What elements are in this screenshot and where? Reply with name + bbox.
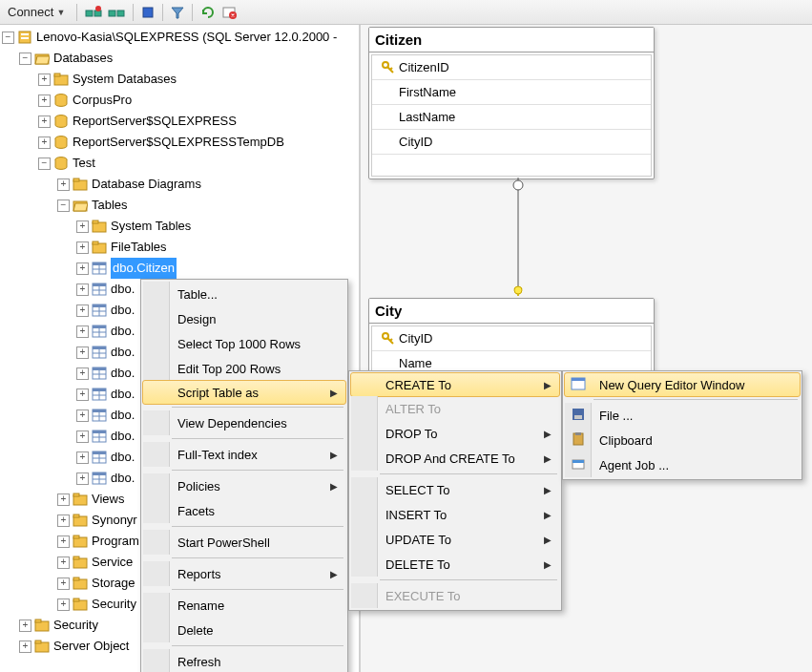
stop-icon[interactable]: [141, 5, 155, 20]
collapse-test[interactable]: −: [38, 158, 51, 170]
col-cityid-fk[interactable]: CityID: [399, 135, 432, 149]
table-icon: [92, 261, 107, 276]
dbdiagrams-node[interactable]: Database Diagrams: [92, 174, 201, 195]
refresh-icon[interactable]: [200, 4, 216, 20]
tables-node[interactable]: Tables: [92, 195, 128, 216]
folder-icon: [73, 198, 88, 213]
server-node[interactable]: Lenovo-Kasia\SQLEXPRESS (SQL Server 12.0…: [36, 27, 337, 48]
security-inner-node[interactable]: Security: [92, 594, 136, 615]
menu-select-to[interactable]: SELECT To▶: [351, 477, 559, 502]
expand-report1[interactable]: +: [38, 116, 51, 128]
col-firstname[interactable]: FirstName: [399, 85, 456, 99]
svg-rect-28: [575, 432, 581, 435]
disconnect-icon[interactable]: [85, 4, 102, 20]
dbo-citizen-node[interactable]: dbo.Citizen: [111, 258, 177, 279]
connect-dropdown[interactable]: Connect ▼: [4, 3, 69, 21]
systables-node[interactable]: System Tables: [111, 216, 191, 237]
table-icon: [92, 366, 107, 381]
menu-edit-top-200[interactable]: Edit Top 200 Rows: [143, 356, 345, 381]
dbo-node[interactable]: dbo.: [111, 405, 135, 426]
menu-drop-to[interactable]: DROP To▶: [351, 421, 559, 446]
table-icon: [92, 282, 107, 297]
test-node[interactable]: Test: [73, 153, 95, 174]
dbo-node[interactable]: dbo.: [111, 384, 135, 405]
dbo-node[interactable]: dbo.: [111, 363, 135, 384]
expand-corpuspro[interactable]: +: [38, 94, 51, 107]
menu-fulltext-index[interactable]: Full-Text index▶: [143, 442, 345, 467]
expand-diagrams[interactable]: +: [57, 178, 70, 191]
expand-report2[interactable]: +: [38, 136, 51, 149]
security-node[interactable]: Security: [53, 615, 98, 636]
dbo-node[interactable]: dbo.: [111, 342, 135, 363]
menu-select-top-1000[interactable]: Select Top 1000 Rows: [143, 331, 345, 356]
menu-clipboard[interactable]: Clipboard: [565, 428, 800, 452]
dbo-node[interactable]: dbo.: [111, 426, 135, 447]
disconnect-all-icon[interactable]: [108, 4, 125, 20]
menu-refresh[interactable]: Refresh: [143, 649, 345, 672]
object-explorer-toolbar: Connect ▼: [0, 0, 812, 25]
col-name[interactable]: Name: [399, 356, 432, 370]
expand-filetables[interactable]: +: [76, 242, 89, 254]
menu-update-to[interactable]: UPDATE To▶: [351, 527, 559, 552]
submenu-arrow-icon: ▶: [330, 450, 338, 460]
menu-reports[interactable]: Reports▶: [143, 561, 345, 586]
dbo-node[interactable]: dbo.: [111, 468, 135, 489]
filter-icon[interactable]: [171, 5, 184, 20]
svg-rect-15: [109, 10, 115, 16]
expand-sysdb[interactable]: +: [38, 74, 51, 86]
menu-new-table[interactable]: Table...: [143, 282, 345, 306]
submenu-arrow-icon: ▶: [544, 559, 552, 570]
col-lastname[interactable]: LastName: [399, 110, 455, 124]
menu-design[interactable]: Design: [143, 306, 345, 331]
system-databases-node[interactable]: System Databases: [73, 69, 177, 90]
service-node[interactable]: Service: [92, 552, 133, 573]
dbo-node[interactable]: dbo.: [111, 300, 135, 321]
filetables-node[interactable]: FileTables: [111, 237, 167, 258]
report2-node[interactable]: ReportServer$SQLEXPRESSTempDB: [73, 132, 284, 153]
synonyms-node[interactable]: Synonyr: [92, 510, 137, 531]
menu-script-table-as[interactable]: Script Table as▶: [142, 380, 346, 405]
menu-view-dependencies[interactable]: View Dependencies: [143, 410, 345, 435]
collapse-databases[interactable]: −: [19, 52, 31, 65]
dbo-node[interactable]: dbo.: [111, 447, 135, 468]
folder-icon: [73, 534, 88, 549]
menu-facets[interactable]: Facets: [143, 498, 345, 523]
menu-create-to[interactable]: CREATE To▶: [350, 372, 560, 397]
menu-new-query-window[interactable]: New Query Editor Window: [564, 372, 801, 397]
collapse-tables[interactable]: −: [57, 200, 70, 212]
dbo-node[interactable]: dbo.: [111, 321, 135, 342]
table-icon: [92, 450, 107, 465]
menu-delete-to[interactable]: DELETE To▶: [351, 552, 559, 577]
connect-label: Connect: [8, 5, 53, 19]
menu-rename[interactable]: Rename: [143, 593, 345, 618]
col-citizenid[interactable]: CitizenID: [399, 60, 449, 74]
submenu-arrow-icon: ▶: [544, 535, 552, 545]
menu-start-powershell[interactable]: Start PowerShell: [143, 530, 345, 555]
activity-icon[interactable]: [221, 4, 237, 20]
menu-drop-create-to[interactable]: DROP And CREATE To▶: [351, 446, 559, 471]
table-citizen[interactable]: Citizen CitizenID FirstName LastName Cit…: [368, 27, 655, 179]
table-icon: [92, 408, 107, 423]
views-node[interactable]: Views: [92, 489, 124, 510]
menu-policies[interactable]: Policies▶: [143, 473, 345, 498]
dbo-node[interactable]: dbo.: [111, 279, 135, 300]
server-objects-node[interactable]: Server Object: [53, 636, 129, 657]
col-cityid[interactable]: CityID: [399, 331, 432, 346]
corpuspro-node[interactable]: CorpusPro: [73, 90, 132, 111]
program-node[interactable]: Program: [92, 531, 139, 552]
database-icon: [53, 135, 69, 150]
expand-systables[interactable]: +: [76, 220, 89, 233]
databases-node[interactable]: Databases: [53, 48, 113, 69]
menu-agent-job[interactable]: Agent Job ...: [565, 452, 800, 477]
expand-dbo-citizen[interactable]: +: [76, 262, 89, 275]
menu-delete[interactable]: Delete: [143, 618, 345, 642]
folder-icon: [34, 618, 50, 633]
report1-node[interactable]: ReportServer$SQLEXPRESS: [73, 111, 237, 132]
folder-icon: [34, 51, 50, 66]
collapse-server[interactable]: −: [2, 32, 14, 44]
clipboard-icon: [571, 431, 586, 450]
menu-execute-to: EXECUTE To: [351, 583, 559, 608]
storage-node[interactable]: Storage: [92, 573, 135, 594]
menu-file[interactable]: File ...: [565, 403, 800, 428]
menu-insert-to[interactable]: INSERT To▶: [351, 502, 559, 527]
